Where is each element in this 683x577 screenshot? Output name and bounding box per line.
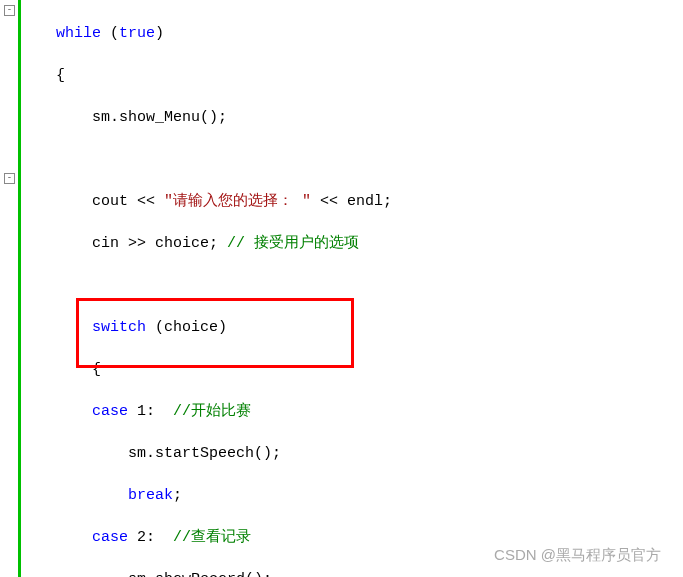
code-editor: - - while (true) { sm.show_Menu(); cout … <box>0 0 683 577</box>
code-line: sm.show_Menu(); <box>56 107 683 128</box>
code-line: case 1: //开始比赛 <box>56 401 683 422</box>
code-line <box>56 275 683 296</box>
code-line <box>56 149 683 170</box>
code-line: sm.showRecord(); <box>56 569 683 577</box>
code-line: { <box>56 65 683 86</box>
fold-marker-icon[interactable]: - <box>4 5 15 16</box>
code-line: cout << "请输入您的选择： " << endl; <box>56 191 683 212</box>
code-line: cin >> choice; // 接受用户的选项 <box>56 233 683 254</box>
code-area[interactable]: while (true) { sm.show_Menu(); cout << "… <box>26 0 683 577</box>
gutter: - - <box>0 0 26 577</box>
change-bar <box>18 0 21 577</box>
fold-marker-icon[interactable]: - <box>4 173 15 184</box>
code-line: break; <box>56 485 683 506</box>
code-line: case 2: //查看记录 <box>56 527 683 548</box>
code-line: while (true) <box>56 23 683 44</box>
highlight-rectangle <box>76 298 354 368</box>
code-line: sm.startSpeech(); <box>56 443 683 464</box>
